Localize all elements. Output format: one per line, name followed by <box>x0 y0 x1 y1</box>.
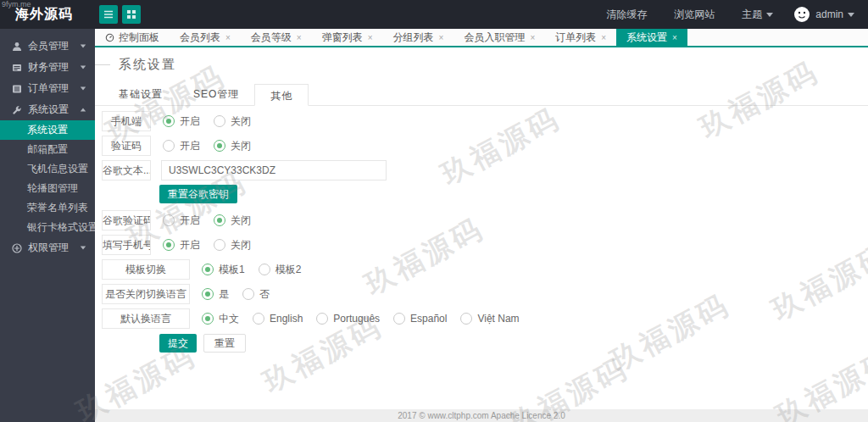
radio-mobile-on[interactable]: 开启 <box>163 114 200 129</box>
tab-label: 系统设置 <box>626 31 667 45</box>
form-row-close-lang-switch: 是否关闭切换语言 是 否 <box>102 284 868 304</box>
google-secret-input[interactable] <box>161 160 387 180</box>
close-icon[interactable]: × <box>601 33 606 42</box>
field-label: 模板切换 <box>102 259 190 280</box>
submenu-item-honor-list[interactable]: 荣誉名单列表 <box>0 198 95 218</box>
avatar[interactable] <box>793 6 810 23</box>
radio-lang-zh[interactable]: 中文 <box>202 312 239 326</box>
sidebar-item-label: 财务管理 <box>28 60 69 75</box>
radio-mobile-off[interactable]: 关闭 <box>214 114 251 129</box>
close-icon[interactable]: × <box>530 33 535 42</box>
tab-order-list[interactable]: 订单列表× <box>545 29 616 46</box>
close-icon[interactable]: × <box>439 33 444 42</box>
tab-member-level[interactable]: 会员等级× <box>241 29 312 46</box>
radio-icon <box>163 115 175 127</box>
field-label: 手机端 <box>102 111 151 131</box>
app-logo: 海外源码 <box>0 6 95 24</box>
user-dropdown[interactable]: admin <box>815 8 854 20</box>
radio-icon <box>202 313 214 325</box>
radio-icon <box>316 313 328 325</box>
submenu-item-system-settings[interactable]: 系统设置 <box>0 120 95 140</box>
submenu-item-mail-config[interactable]: 邮箱配置 <box>0 140 95 159</box>
theme-label: 主题 <box>742 8 762 20</box>
radio-captcha-on[interactable]: 开启 <box>163 139 200 153</box>
radio-icon <box>214 214 225 226</box>
radio-label: 开启 <box>180 238 200 253</box>
radio-label: 是 <box>219 287 229 302</box>
form-row-fill-phone: 填写手机号 开启 关闭 <box>102 235 868 255</box>
radio-template-1[interactable]: 模板1 <box>202 263 245 277</box>
sidebar-item-members[interactable]: 会员管理 <box>0 36 95 57</box>
form-row-google-captcha: 谷歌验证码 开启 关闭 <box>102 210 868 230</box>
tab-other[interactable]: 其他 <box>254 84 309 106</box>
radio-gcaptcha-on[interactable]: 开启 <box>163 214 200 228</box>
form-row-template: 模板切换 模板1 模板2 <box>102 259 868 280</box>
form-row-google-text: 谷歌文本... <box>102 160 868 180</box>
tab-seo[interactable]: SEO管理 <box>178 83 254 105</box>
user-icon <box>12 42 22 52</box>
radio-label: 关闭 <box>231 214 251 228</box>
radio-lang-es[interactable]: Español <box>393 313 447 325</box>
chevron-down-icon <box>766 13 773 17</box>
radio-icon <box>163 239 175 251</box>
username: admin <box>815 8 843 20</box>
form-row-default-language: 默认换语言 中文 English Português Español Việt … <box>102 308 868 329</box>
submenu-item-telegram-info[interactable]: 飞机信息设置 <box>0 159 95 179</box>
theme-dropdown[interactable]: 主题 <box>742 8 773 22</box>
submenu-item-carousel[interactable]: 轮播图管理 <box>0 179 95 198</box>
close-icon[interactable]: × <box>297 33 302 42</box>
chevron-down-icon <box>81 66 86 69</box>
radio-label: 开启 <box>180 139 200 153</box>
radio-icon <box>163 140 175 152</box>
tab-bar: 控制面板 会员列表× 会员等级× 弹窗列表× 分组列表× 会员入职管理× 订单列… <box>95 29 868 47</box>
field-label: 填写手机号 <box>102 235 151 255</box>
content-area: 系统设置 基础设置 SEO管理 其他 手机端 开启 关闭 验证码 <box>95 47 868 409</box>
clear-cache-link[interactable]: 清除缓存 <box>606 8 647 22</box>
radio-template-2[interactable]: 模板2 <box>259 263 302 277</box>
tab-label: 会员等级 <box>251 31 292 45</box>
sidebar-toggle-button[interactable] <box>99 5 118 24</box>
tab-group-list[interactable]: 分组列表× <box>383 29 454 46</box>
refresh-tabs-button[interactable] <box>122 5 141 24</box>
radio-icon <box>214 140 225 152</box>
radio-close-lang-no[interactable]: 否 <box>242 287 270 302</box>
sidebar-item-permissions[interactable]: 权限管理 <box>0 237 95 258</box>
radio-captcha-off[interactable]: 关闭 <box>214 139 251 153</box>
submenu-item-bankcard-format[interactable]: 银行卡格式设置 <box>0 218 95 237</box>
tab-basic-settings[interactable]: 基础设置 <box>103 83 178 105</box>
radio-phone-off[interactable]: 关闭 <box>214 238 251 253</box>
chevron-down-icon <box>848 13 854 17</box>
close-icon[interactable]: × <box>368 33 373 42</box>
footer-copyright: 2017 © www.cltphp.com Apache Licence 2.0 <box>95 409 868 422</box>
tab-member-list[interactable]: 会员列表× <box>170 29 241 46</box>
radio-lang-vi[interactable]: Việt Nam <box>460 313 519 325</box>
tab-system-settings[interactable]: 系统设置× <box>616 29 687 46</box>
radio-gcaptcha-off[interactable]: 关闭 <box>214 214 251 228</box>
reset-google-key-button[interactable]: 重置谷歌密钥 <box>159 185 237 203</box>
order-list-icon <box>12 84 22 94</box>
radio-close-lang-yes[interactable]: 是 <box>202 287 229 302</box>
sidebar-item-system-settings[interactable]: 系统设置 <box>0 99 95 120</box>
tab-dashboard[interactable]: 控制面板 <box>95 29 170 46</box>
radio-label: 开启 <box>180 214 200 228</box>
close-icon[interactable]: × <box>672 33 677 42</box>
close-icon[interactable]: × <box>225 33 231 42</box>
sidebar-item-finance[interactable]: 财务管理 <box>0 57 95 78</box>
form-row-captcha: 验证码 开启 关闭 <box>102 136 868 156</box>
submit-button[interactable]: 提交 <box>159 334 197 353</box>
radio-icon <box>214 115 225 127</box>
tab-label: 会员入职管理 <box>464 31 525 45</box>
sidebar: 会员管理 财务管理 订单管理 系统设置 系统设置 邮箱配置 飞机信息设置 轮播图… <box>0 29 95 422</box>
sidebar-item-orders[interactable]: 订单管理 <box>0 78 95 99</box>
radio-lang-pt[interactable]: Português <box>316 313 380 325</box>
grid-icon <box>126 9 136 19</box>
radio-icon <box>202 288 214 300</box>
radio-lang-en[interactable]: English <box>253 313 303 325</box>
tab-member-onboard[interactable]: 会员入职管理× <box>453 29 545 46</box>
radio-label: 关闭 <box>231 114 251 129</box>
browse-site-link[interactable]: 浏览网站 <box>674 8 715 22</box>
tab-popup-list[interactable]: 弹窗列表× <box>312 29 383 46</box>
sidebar-item-label: 系统设置 <box>28 103 69 117</box>
radio-phone-on[interactable]: 开启 <box>163 238 200 253</box>
reset-button[interactable]: 重置 <box>203 334 246 353</box>
